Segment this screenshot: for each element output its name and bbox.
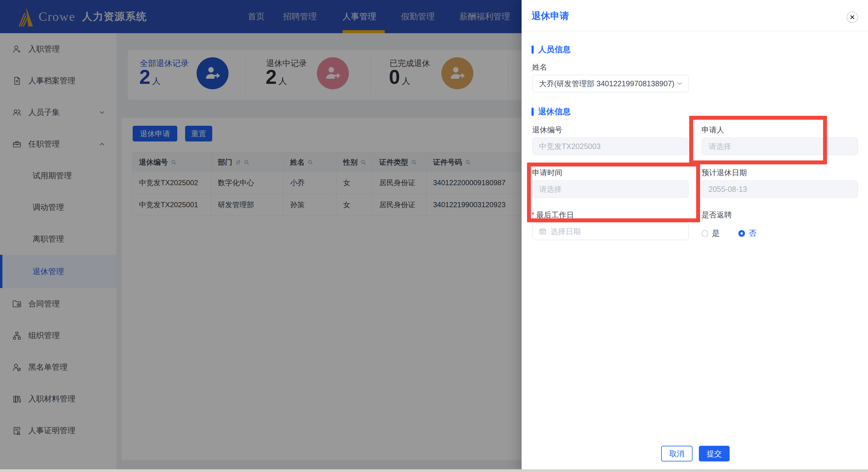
name-select-value: 大乔(研发管理部 340122199708138907) <box>539 79 675 89</box>
expected-date-value: 2055-08-13 <box>709 185 747 194</box>
section-title: 人员信息 <box>538 44 571 55</box>
divider <box>522 31 868 31</box>
section-person-info: 人员信息 <box>531 44 571 55</box>
last-work-day-datepicker[interactable]: 选择日期 <box>532 223 689 240</box>
radio-no-label[interactable]: 否 <box>749 228 756 239</box>
retire-no-input: 中竞发TX2025003 <box>532 138 689 155</box>
annotation-box-applicant <box>689 116 827 165</box>
retire-no-label: 退休编号 <box>532 125 562 135</box>
modal-dim-overlay[interactable] <box>0 0 522 472</box>
close-button[interactable] <box>846 11 858 23</box>
section-title: 退休信息 <box>538 106 571 117</box>
retire-no-value: 中竞发TX2025003 <box>539 142 600 151</box>
radio-yes[interactable] <box>702 230 708 237</box>
retirement-application-drawer: 退休申请 人员信息 姓名 大乔(研发管理部 340122199708138907… <box>522 0 868 472</box>
annotation-box-apply-time <box>527 163 700 222</box>
expected-date-label: 预计退休日期 <box>702 168 747 178</box>
calendar-icon <box>539 228 546 235</box>
section-accent-bar <box>531 46 534 54</box>
app-screen: Crowe 人力资源系统 首页 招聘管理 人事管理 假勤管理 薪酬福利管理 入职… <box>0 0 868 472</box>
section-retire-info: 退休信息 <box>531 106 571 117</box>
rehire-radio-group: 是 否 <box>702 228 775 239</box>
chevron-down-icon <box>677 82 683 86</box>
radio-no[interactable] <box>738 230 745 237</box>
name-field-label: 姓名 <box>532 62 547 72</box>
drawer-title: 退休申请 <box>531 10 569 22</box>
expected-date-input: 2055-08-13 <box>702 180 858 198</box>
name-select[interactable]: 大乔(研发管理部 340122199708138907) <box>532 75 689 92</box>
cancel-button[interactable]: 取消 <box>661 446 692 462</box>
close-icon <box>849 14 855 20</box>
horizontal-scrollbar[interactable] <box>0 469 868 472</box>
rehire-label: 是否返聘 <box>702 210 732 220</box>
submit-button[interactable]: 提交 <box>699 446 730 462</box>
radio-yes-label[interactable]: 是 <box>712 228 720 239</box>
section-accent-bar <box>531 108 534 116</box>
last-work-day-placeholder: 选择日期 <box>551 227 581 236</box>
